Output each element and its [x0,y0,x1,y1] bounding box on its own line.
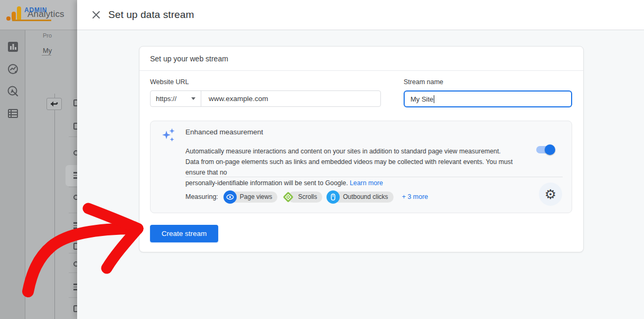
menu-separator [69,253,77,253]
measuring-label: Measuring: [185,193,218,200]
url-scheme-value: https:// [156,95,176,103]
chip-label: Page views [240,193,272,200]
chip-label: Scrolls [298,193,317,200]
setup-data-stream-panel: Set up data stream Set up your web strea… [77,0,644,319]
chip-label: Outbound clicks [343,193,388,200]
mouse-icon [326,190,340,204]
panel-title: Set up data stream [108,9,194,21]
desc-line1: Automatically measure interactions and c… [185,148,501,155]
app-header-dimmed: Analytics [0,0,77,30]
measuring-row: Measuring: Page views Scrolls [185,184,563,210]
stream-name-value: My Site [410,95,433,103]
admin-menu-icon-fragment [73,123,77,130]
admin-menu-icon-fragment [73,284,77,290]
close-button[interactable] [90,8,102,21]
toggle-knob [545,144,555,155]
property-label-partial: Pro [43,32,52,39]
enhanced-measurement-toggle[interactable] [536,146,554,153]
sparkle-icon [161,127,176,144]
realtime-icon[interactable] [7,63,18,75]
admin-menu-icon-fragment [73,150,77,156]
gear-icon: ⚙ [545,188,556,201]
card-header: Set up your web stream [139,47,583,71]
admin-menu-icon-fragment [73,99,77,106]
website-url-label: Website URL [150,78,189,86]
logo-bar-tall [17,6,21,21]
menu-separator [69,187,77,187]
enhanced-measurement-settings-button[interactable]: ⚙ [539,183,562,206]
admin-tab-underline [12,20,51,21]
url-scheme-select[interactable]: https:// [151,91,201,106]
menu-separator [69,297,77,298]
reports-icon[interactable] [7,41,18,52]
property-value-partial: My [43,47,52,54]
hierarchy-connector-line [54,94,55,319]
chip-outbound-clicks[interactable]: Outbound clicks [326,190,393,204]
menu-separator [69,213,77,213]
website-url-input[interactable]: www.example.com [201,95,268,103]
tab-admin[interactable]: ADMIN [24,6,47,14]
stream-name-label: Stream name [404,78,443,86]
enhanced-measurement-box: Enhanced measurement Automatically measu… [150,121,572,213]
chevron-down-icon [191,97,195,100]
admin-list-icon[interactable] [7,108,18,119]
explore-icon[interactable] [7,86,18,97]
eye-icon [223,190,237,204]
chip-page-views[interactable]: Page views [223,190,277,204]
close-icon [92,11,100,19]
panel-header: Set up data stream [77,0,644,30]
left-nav-rail [0,30,25,319]
card-header-title: Set up your web stream [150,54,228,63]
create-stream-button[interactable]: Create stream [150,225,218,242]
back-arrow-button[interactable] [46,98,62,110]
enhanced-measurement-description: Automatically measure interactions and c… [185,146,534,188]
web-stream-card: Set up your web stream Website URL https… [139,46,584,252]
chip-scrolls[interactable]: Scrolls [282,190,322,204]
admin-menu-icon-fragment [73,261,77,267]
stream-name-input[interactable]: My Site [404,90,572,107]
logo-dot [6,16,11,21]
menu-separator [69,136,77,137]
website-url-input-group: https:// www.example.com [150,90,381,107]
divider [185,177,563,177]
menu-separator [69,272,77,273]
admin-menu-icon-fragment [73,195,77,200]
back-arrow-icon [50,101,59,107]
more-events-link[interactable]: + 3 more [402,193,428,200]
property-dropdown-underline [42,55,51,56]
admin-menu-icon-fragment [73,172,77,179]
admin-menu-icon-fragment [73,222,77,229]
text-cursor [434,95,434,103]
desc-line2: Data from on-page elements such as links… [185,158,512,176]
enhanced-measurement-title: Enhanced measurement [185,128,263,136]
ga-setup-data-stream-screen: Analytics ADMIN Pro My [0,0,644,319]
admin-menu-icon-fragment [73,305,77,312]
admin-menu-icon-fragment [73,243,77,250]
google-analytics-logo-icon [6,6,22,21]
scroll-diamond-icon [282,190,295,204]
